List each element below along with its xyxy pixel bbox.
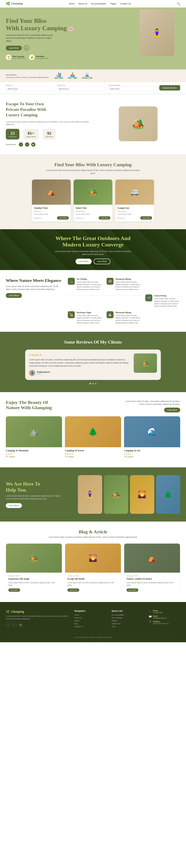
find-bliss-title: Find Your Bliss With Luxury Camping xyxy=(6,162,180,167)
about-content: Escape To Your Own Private Paradise With… xyxy=(6,101,90,147)
footer-nav-home[interactable]: Home xyxy=(74,614,106,616)
twitter-icon[interactable]: t xyxy=(25,143,29,147)
nature-section: Where Nature Meets Elegance Lorem ipsum … xyxy=(0,270,186,332)
footer-twitter-icon[interactable]: t xyxy=(12,622,17,627)
banner-buttons: Learn More Learn More xyxy=(54,259,132,264)
footer-quick-gallery[interactable]: Gallery xyxy=(112,620,143,622)
nav-home[interactable]: Home xyxy=(69,2,75,5)
explore-button[interactable]: Explore Button xyxy=(159,85,180,91)
safari-tent-stars: ★★★★★ xyxy=(76,210,110,212)
reviewer: 👤 Testimonial #1 Client xyxy=(29,370,130,376)
nav-contact[interactable]: Contact Us xyxy=(120,2,131,5)
partner-raytime: 🚣 RAY TIME xyxy=(68,72,77,79)
mountain-hiking-title: Mountain Hiking xyxy=(115,311,141,314)
enjoy-header: Enjoy The Beauty Of Nature With Glamping… xyxy=(6,400,180,412)
gallery-sea-rating: ★★★★☆ xyxy=(124,453,180,455)
blog-learn-more-1[interactable]: Learn More xyxy=(8,588,20,592)
nav-pages[interactable]: Pages xyxy=(110,2,116,5)
banner-learn-more-button[interactable]: Learn More xyxy=(76,259,91,264)
nature-learn-more-button[interactable]: Learn More xyxy=(6,293,22,298)
footer-nav-list: Home About Us Pages Blog Contact Us xyxy=(74,614,106,627)
blog-subtitle: Lorem ipsum dolor sit amet consectetur a… xyxy=(45,536,141,538)
nature-right: 🎣 Fly Fishing Lorem ipsum dolor sit amet… xyxy=(68,278,180,324)
banner-description: Lorem ipsum dolor sit amet consectetur a… xyxy=(54,250,132,256)
dot-active[interactable] xyxy=(89,383,91,384)
hero-badge-camping: 🏆 Best Camping Lorem ipsum dolor xyxy=(6,55,25,60)
gallery-grid: ⛰️ Camping To Mountain ★★★★☆ 📍 Location … xyxy=(6,416,180,460)
footer-instagram-icon[interactable]: 📷 xyxy=(18,622,23,627)
blog-date-1: January 3, 2024 xyxy=(8,575,59,577)
blog-learn-more-2[interactable]: Learn More xyxy=(68,588,79,592)
checkin-label: Check In xyxy=(6,84,55,86)
standard-tent-stars: ★★★★☆ xyxy=(34,210,69,212)
blog-image-3: ⛺ xyxy=(124,544,180,572)
reviewer-role: Client xyxy=(37,373,50,375)
checkout-field: Check Out xyxy=(57,84,106,91)
search-icon[interactable]: 🔍 xyxy=(177,2,180,5)
gallery-forest-info: Camping To Forest ★★★★★ 📍 Location xyxy=(65,447,121,460)
banner-secondary-button[interactable]: Learn More xyxy=(94,259,110,264)
safari-tent-price: $78/person xyxy=(76,216,83,219)
blog-header: Blog & Article Lorem ipsum dolor sit ame… xyxy=(6,529,180,538)
enjoy-title-block: Enjoy The Beauty Of Nature With Glamping xyxy=(6,400,52,410)
footer-email-label: Email xyxy=(153,615,166,617)
campervan-learn-more[interactable]: Learn More xyxy=(140,216,152,220)
standard-tent-location: Lorem ipsum dolor xyxy=(34,213,69,215)
footer-facebook-icon[interactable]: f xyxy=(6,622,10,627)
gallery-forest-link[interactable]: 📍 Location xyxy=(65,456,121,458)
standard-tent-name: Standart Tent xyxy=(34,207,69,210)
facebook-icon[interactable]: f xyxy=(19,143,23,147)
safari-tent-learn-more[interactable]: Learn More xyxy=(99,216,110,220)
blog-body-3: January 3, 2024 Nature, comfort & luxury… xyxy=(124,572,180,594)
footer-nav-pages[interactable]: Pages xyxy=(74,620,106,622)
checkout-input[interactable] xyxy=(57,87,106,91)
dot-3[interactable] xyxy=(95,383,97,384)
mountain-hiking-icon: 🏔️ xyxy=(107,311,113,318)
enjoy-learn-more-button[interactable]: Learn More xyxy=(164,408,180,412)
banner-section: Where The Great Outdoors And Modern Luxu… xyxy=(0,229,186,270)
activity-scuba: 🤿 Scuba Diving Lorem ipsum dolor sit ame… xyxy=(145,294,180,307)
footer-quick-faq[interactable]: FAQ xyxy=(112,626,143,627)
gallery-sea-link[interactable]: 📍 Location xyxy=(124,456,180,458)
footer-nav-about[interactable]: About Us xyxy=(74,617,106,619)
accommodation-input[interactable] xyxy=(108,87,157,91)
footer-phone: 📞 Phone 1234567890 xyxy=(149,610,180,614)
help-learn-more-button[interactable]: Learn More xyxy=(6,503,22,508)
about-image: 🏕️ xyxy=(119,106,158,141)
standard-tent-price: $57/person xyxy=(34,216,42,219)
footer-nav-blog[interactable]: Blog xyxy=(74,623,106,625)
activity-barbeque: 🍖 Barbeque Night Lorem ipsum dolor sit a… xyxy=(68,311,103,324)
camp-cards: ⛺ Standart Tent ★★★★☆ Lorem ipsum dolor … xyxy=(6,180,180,221)
nav-about[interactable]: About Us xyxy=(78,2,87,5)
dot-2[interactable] xyxy=(92,383,94,384)
youtube-icon[interactable]: ▶ xyxy=(31,143,35,147)
footer-logo-icon: 🌿 xyxy=(6,610,10,613)
hero-badge-affordable: 💰 Affordable Lorem ipsum dolor xyxy=(29,55,48,60)
review-stars: ★★★★★ xyxy=(29,353,130,357)
help-section: We Are Here To Help You. Lorem ipsum dol… xyxy=(0,467,186,522)
footer-quick-tour[interactable]: Tour Package xyxy=(112,617,143,619)
footer-quick-accommodation[interactable]: Accommodation xyxy=(112,614,143,616)
nav-accommodation[interactable]: Accommodation xyxy=(91,2,107,5)
hero-learn-more-button[interactable]: Learn More xyxy=(6,45,22,51)
card-standard-tent: ⛺ Standart Tent ★★★★☆ Lorem ipsum dolor … xyxy=(32,180,71,221)
barbeque-title: Barbeque Night xyxy=(77,311,103,314)
hero-play-button[interactable]: ▶ xyxy=(24,45,29,51)
mountain-biking-desc: Lorem ipsum dolor sit amet, dapibus tinc… xyxy=(115,281,141,290)
standard-tent-body: Standart Tent ★★★★☆ Lorem ipsum dolor $5… xyxy=(32,205,71,221)
nav-links: Home About Us Accommodation Pages Contac… xyxy=(69,2,131,5)
campervan-body: Campervan ★★★★★ Lorem ipsum dolor $97/pe… xyxy=(115,205,154,221)
gallery-mountain-link[interactable]: 📍 Location xyxy=(6,456,62,458)
blog-section: Blog & Article Lorem ipsum dolor sit ame… xyxy=(0,522,186,602)
standard-tent-learn-more[interactable]: Learn More xyxy=(57,216,69,220)
blog-learn-more-3[interactable]: Learn More xyxy=(127,588,138,592)
footer-quick-list: Accommodation Tour Package Gallery Testi… xyxy=(112,614,143,627)
hero-content: Find Your Bliss With Luxury Camping 🌸 Lo… xyxy=(6,17,180,60)
reviewer-avatar: 👤 xyxy=(29,370,35,376)
nav-logo[interactable]: 🌿 Glamping xyxy=(6,2,23,6)
footer-about: Lorem ipsum dolor sit amet consectetur a… xyxy=(6,615,69,620)
footer-nav-contact[interactable]: Contact Us xyxy=(74,626,106,627)
footer-quick-testimonial[interactable]: Testimonial xyxy=(112,623,143,625)
accommodation-field: Accommodation xyxy=(108,84,157,91)
checkin-input[interactable] xyxy=(6,87,55,91)
